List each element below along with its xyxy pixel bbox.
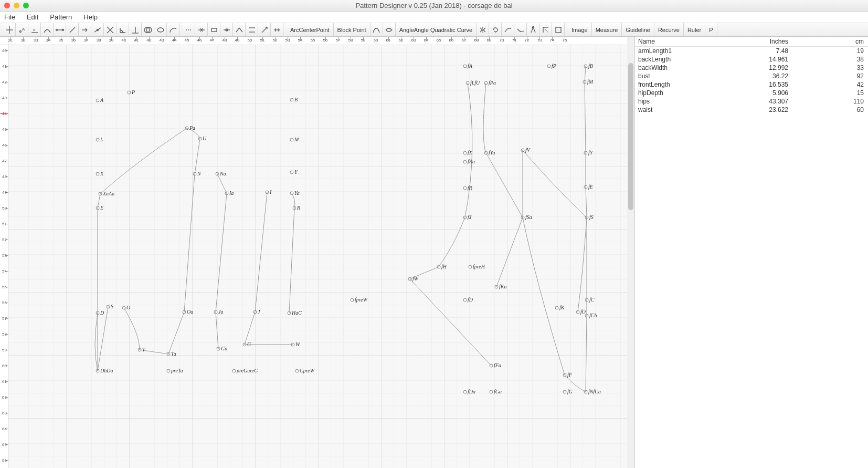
point-CpreW[interactable]: CpreW [295, 368, 315, 373]
diag-line-icon[interactable] [66, 23, 79, 37]
col-inches[interactable]: Inches [729, 38, 798, 45]
toolbtn-right-5[interactable]: P [705, 23, 717, 36]
canvas[interactable]: 3132333435363738394041424344454647484950… [0, 37, 634, 468]
dashed-seg-icon[interactable] [183, 23, 195, 37]
point-I[interactable]: I [266, 189, 272, 195]
point-fX[interactable]: fX [463, 150, 473, 155]
point-Pa[interactable]: Pa [185, 125, 195, 131]
point-fD[interactable]: fD [463, 297, 473, 303]
perpendicular-icon[interactable] [129, 23, 142, 37]
scrollbar-vertical[interactable] [627, 37, 634, 468]
menu-edit[interactable]: Edit [27, 13, 38, 21]
segment-icon[interactable] [91, 23, 104, 37]
measure-row[interactable]: armLength17.4819 [635, 47, 868, 55]
point-fFa[interactable]: fFa [490, 362, 501, 368]
toolbtn-mid-0[interactable]: ArcCenterPoint [287, 23, 334, 36]
seg-d-icon[interactable] [246, 23, 258, 37]
point-fDa[interactable]: fDa [463, 389, 475, 394]
seg-e-icon[interactable] [271, 23, 283, 37]
measure-row[interactable]: waist23.62260 [635, 106, 868, 114]
point-X[interactable]: X [96, 171, 104, 176]
rotate-icon[interactable] [489, 23, 502, 37]
col-name[interactable]: Name [635, 38, 729, 45]
menu-pattern[interactable]: Pattern [50, 13, 72, 21]
point-fB[interactable]: fB [584, 63, 593, 69]
point-Ya[interactable]: Ya [290, 190, 300, 196]
point-fP[interactable]: fP [547, 63, 556, 69]
point-N[interactable]: N [193, 171, 202, 176]
point-fV[interactable]: fV [521, 147, 531, 153]
point-preGureG[interactable]: preGureG [232, 368, 258, 373]
guide-icon[interactable] [539, 23, 552, 37]
point-fLfU[interactable]: fLfU [466, 80, 480, 86]
rect-icon[interactable] [552, 23, 565, 37]
crosshair-icon[interactable] [3, 23, 16, 37]
toolbtn-right-4[interactable]: Ruler [684, 23, 705, 36]
point-G[interactable]: G [243, 341, 251, 347]
toolbtn-mid-1[interactable]: Block Point [334, 23, 371, 36]
point-preTa[interactable]: preTa [167, 368, 183, 373]
point-HaC[interactable]: HaC [288, 310, 302, 316]
point-T[interactable]: T [138, 347, 146, 352]
toolbtn-right-3[interactable]: Recurve [654, 23, 684, 36]
col-cm[interactable]: cm [798, 38, 868, 45]
curve-tool-icon[interactable] [41, 23, 54, 37]
point-fNfCa[interactable]: fNfCa [584, 389, 601, 394]
point-fA[interactable]: fA [463, 63, 473, 69]
curve-b-icon[interactable] [383, 23, 396, 37]
menu-file[interactable]: File [4, 13, 15, 21]
seg-c-icon[interactable] [233, 23, 246, 37]
intersect-icon[interactable] [104, 23, 117, 37]
point-fpreW[interactable]: fpreW [351, 297, 368, 303]
arc-tool-icon[interactable] [167, 23, 179, 37]
compass-icon[interactable] [527, 23, 539, 37]
point-O[interactable]: O [122, 305, 130, 310]
line-icon[interactable] [54, 23, 66, 37]
curve-c-icon[interactable] [502, 23, 514, 37]
point-A[interactable]: A [96, 97, 104, 103]
point-fK[interactable]: fK [555, 305, 565, 310]
toolbtn-right-0[interactable]: Image [568, 23, 592, 36]
point-fRa[interactable]: fRa [463, 159, 475, 164]
point-Na[interactable]: Na [216, 171, 226, 176]
point-P[interactable]: P [128, 89, 135, 95]
point-fGa[interactable]: fGa [490, 389, 502, 394]
arrow-tool-icon[interactable] [79, 23, 91, 37]
curve-a-icon[interactable] [371, 23, 383, 37]
point-R[interactable]: R [293, 205, 300, 211]
measure-row[interactable]: frontLength16.53542 [635, 80, 868, 89]
seg-b-icon[interactable] [220, 23, 233, 37]
point-fG[interactable]: fG [563, 389, 573, 394]
label-point-icon[interactable]: A [16, 23, 28, 37]
point-fJ[interactable]: fJ [463, 214, 472, 220]
point-fpreH[interactable]: fpreH [469, 264, 485, 269]
close-icon[interactable] [4, 3, 10, 8]
minimize-icon[interactable] [14, 3, 19, 8]
point-E[interactable]: E [96, 205, 103, 211]
point-fR[interactable]: fR [463, 185, 472, 191]
point-B[interactable]: B [290, 97, 298, 102]
measure-row[interactable]: hips43.307110 [635, 97, 868, 106]
vec-seg-icon[interactable] [258, 23, 271, 37]
measure-row[interactable]: backWidth12.99233 [635, 64, 868, 72]
toolbtn-mid2-0[interactable]: AngleAngle Quadratic Curve [396, 23, 477, 36]
point-Y[interactable]: Y [290, 169, 298, 175]
point-fPa[interactable]: fPa [484, 80, 496, 86]
angle-tool-icon[interactable] [117, 23, 129, 37]
curve-d-icon[interactable] [514, 23, 527, 37]
maximize-icon[interactable] [23, 3, 29, 8]
point-M[interactable]: M [290, 137, 299, 142]
point-DbDa[interactable]: DbDa [96, 368, 113, 373]
x-seg-icon[interactable] [195, 23, 208, 37]
mirror-h-icon[interactable] [477, 23, 489, 37]
point-XaAa[interactable]: XaAa [99, 191, 114, 196]
menu-help[interactable]: Help [83, 13, 98, 21]
circle-intersect-icon[interactable] [142, 23, 154, 37]
measure-row[interactable]: hipDepth5.90615 [635, 89, 868, 97]
point-D[interactable]: D [96, 310, 104, 316]
ellipse-tool-icon[interactable] [154, 23, 167, 37]
seg-a-icon[interactable] [208, 23, 220, 37]
toolbtn-right-1[interactable]: Measure [592, 23, 622, 36]
xaxis-point-icon[interactable]: x [28, 23, 41, 37]
toolbtn-right-2[interactable]: Guideline [622, 23, 654, 36]
